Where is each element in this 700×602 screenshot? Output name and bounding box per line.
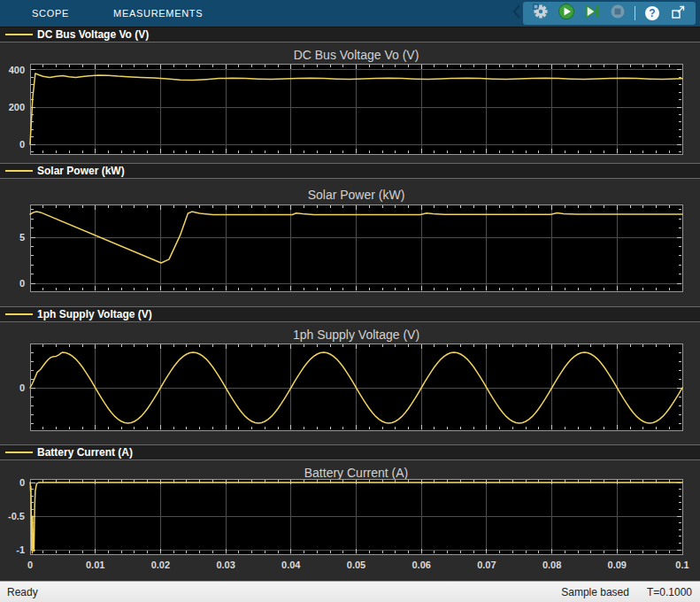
- svg-text:400: 400: [9, 65, 25, 75]
- svg-text:0: 0: [19, 139, 25, 150]
- status-text: Ready: [7, 586, 38, 598]
- chart-title-battery-current: Battery Current (A): [30, 466, 682, 480]
- run-button[interactable]: [558, 4, 575, 22]
- scope-toolbar: SCOPE MEASUREMENTS: [0, 0, 700, 27]
- svg-text:0: 0: [19, 382, 25, 393]
- svg-text:0.05: 0.05: [347, 560, 365, 570]
- question-icon: ?: [645, 6, 659, 20]
- undock-button[interactable]: [669, 4, 687, 22]
- status-bar: Ready Sample based T=0.1000: [0, 581, 700, 602]
- tab-measurements[interactable]: MEASUREMENTS: [113, 8, 203, 19]
- step-forward-icon: [584, 4, 600, 23]
- dc-bus-voltage-plot[interactable]: 0200400: [0, 64, 700, 156]
- svg-text:0.08: 0.08: [542, 560, 561, 570]
- collapse-toolbar-button[interactable]: [512, 4, 522, 23]
- legend-label: Battery Current (A): [37, 446, 133, 459]
- simulation-controls-chip: ?: [523, 2, 696, 25]
- svg-text:-0.5: -0.5: [8, 511, 25, 521]
- svg-text:0: 0: [19, 278, 25, 289]
- chart-title-dc-bus-voltage: DC Bus Voltage Vo (V): [30, 48, 682, 62]
- legend-line-swatch: [5, 34, 33, 35]
- scope-window: SCOPE MEASUREMENTS: [0, 0, 700, 602]
- help-button[interactable]: ?: [643, 4, 661, 22]
- simulation-settings-button[interactable]: [532, 4, 550, 22]
- legend-line-swatch: [5, 170, 33, 172]
- step-forward-button[interactable]: [583, 4, 601, 22]
- toolbar-separator: [635, 6, 635, 20]
- chart-title-supply-voltage: 1ph Supply Voltage (V): [30, 328, 682, 342]
- legend-line-swatch: [5, 313, 33, 315]
- gear-icon: [533, 4, 549, 23]
- toolbar-button-cluster: ?: [512, 2, 696, 25]
- battery-current-plot[interactable]: 0-0.5-100.010.020.030.040.050.060.070.08…: [0, 479, 700, 581]
- svg-text:5: 5: [19, 232, 25, 243]
- tick-labels: 0: [19, 382, 25, 393]
- play-icon: [558, 3, 575, 24]
- legend-item[interactable]: Battery Current (A): [0, 446, 133, 459]
- legend-strip-dc-bus-voltage: DC Bus Voltage Vo (V): [0, 27, 700, 42]
- legend-strip-battery-current: Battery Current (A): [0, 444, 700, 460]
- tab-scope[interactable]: SCOPE: [32, 8, 69, 19]
- svg-text:0.02: 0.02: [151, 560, 170, 570]
- chevron-left-icon: [512, 4, 522, 23]
- tick-labels: 0200400: [9, 65, 25, 150]
- legend-strip-solar-power: Solar Power (kW): [0, 163, 700, 179]
- legend-item[interactable]: DC Bus Voltage Vo (V): [0, 28, 149, 41]
- solar-power-plot[interactable]: 05: [0, 205, 700, 293]
- svg-text:0.04: 0.04: [281, 560, 301, 570]
- undock-icon: [671, 4, 686, 23]
- svg-text:0.1: 0.1: [675, 560, 688, 570]
- legend-item[interactable]: 1ph Supply Voltage (V): [0, 308, 152, 320]
- legend-item[interactable]: Solar Power (kW): [0, 165, 125, 177]
- sim-time-text: T=0.1000: [647, 586, 692, 598]
- svg-text:0.03: 0.03: [216, 560, 235, 570]
- legend-label: Solar Power (kW): [37, 165, 125, 177]
- stop-icon: [610, 4, 626, 23]
- legend-label: DC Bus Voltage Vo (V): [37, 28, 149, 41]
- supply-voltage-plot[interactable]: 0: [0, 343, 700, 432]
- svg-text:0.07: 0.07: [477, 560, 496, 570]
- svg-text:0.06: 0.06: [412, 560, 430, 570]
- svg-text:200: 200: [9, 102, 25, 112]
- svg-text:0: 0: [19, 479, 25, 488]
- svg-text:0.01: 0.01: [86, 560, 104, 570]
- legend-label: 1ph Supply Voltage (V): [37, 308, 152, 320]
- svg-text:0.09: 0.09: [608, 560, 627, 570]
- chart-title-solar-power: Solar Power (kW): [30, 188, 682, 202]
- svg-text:0: 0: [27, 560, 33, 570]
- stop-button[interactable]: [609, 4, 627, 22]
- sample-mode-text: Sample based: [561, 586, 629, 598]
- legend-strip-supply-voltage: 1ph Supply Voltage (V): [0, 306, 700, 322]
- legend-line-swatch: [5, 452, 33, 453]
- svg-text:-1: -1: [16, 544, 25, 555]
- tick-labels: 05: [19, 232, 25, 289]
